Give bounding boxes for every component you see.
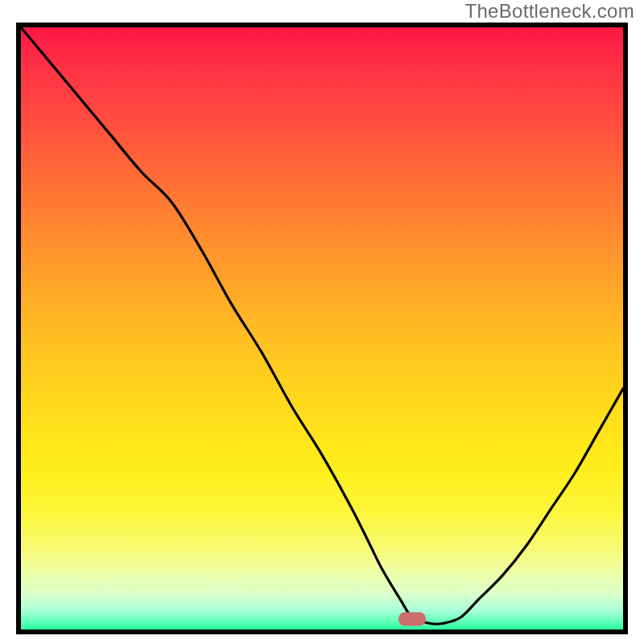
chart-canvas: TheBottleneck.com bbox=[0, 0, 644, 644]
chart-frame bbox=[16, 23, 628, 634]
bottleneck-curve bbox=[21, 27, 623, 630]
watermark-text: TheBottleneck.com bbox=[464, 0, 634, 23]
optimal-point-marker bbox=[398, 612, 426, 625]
